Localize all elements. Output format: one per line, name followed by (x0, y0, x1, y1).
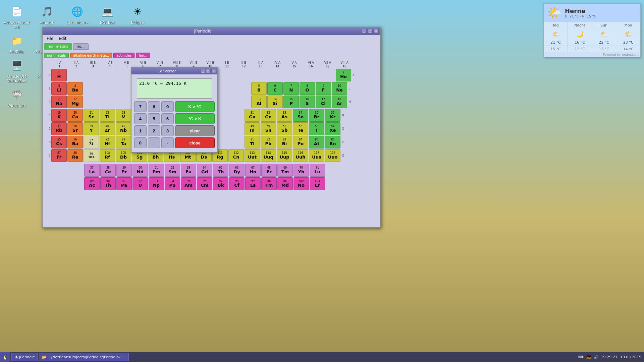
element-Rb[interactable]: 37 Rb (51, 122, 67, 135)
element-Pr[interactable]: 59 Pr (116, 164, 132, 177)
tab-other[interactable]: no... (73, 43, 89, 50)
btn-2[interactable]: 2 (148, 125, 160, 136)
element-Uuq[interactable]: 114 Uuq (261, 149, 276, 162)
element-Al[interactable]: 13 Al (251, 96, 267, 108)
desktop-icon-adobe[interactable]: 📄 Adobe Reader 6.0 (3, 3, 30, 29)
element-Th[interactable]: 90 Th (100, 177, 116, 190)
element-P[interactable]: 15 P (283, 96, 299, 108)
element-Fr[interactable]: 87 Fr (51, 149, 67, 162)
element-Uus[interactable]: 117 Uus (309, 149, 324, 162)
btn-close-converter[interactable]: close (175, 137, 215, 148)
element-Ga[interactable]: 31 Ga (245, 109, 260, 122)
element-Ca[interactable]: 20 Ca (67, 109, 83, 122)
legend-actinides[interactable]: actinides (113, 53, 135, 58)
maximize-button[interactable]: □ (367, 29, 373, 34)
taskbar-jperiodic[interactable]: ⚗️ jPeriodic (11, 353, 38, 361)
taskbar-netbeans[interactable]: 📂 ~/NetBeansProjects/jPeriodic/jPeriodic… (39, 353, 128, 361)
element-Ti[interactable]: 22 Ti (100, 109, 115, 122)
element-In[interactable]: 49 In (245, 122, 260, 135)
legend-lanthanides[interactable]: lan... (136, 53, 150, 58)
converter-close[interactable]: × (211, 69, 216, 73)
element-Mg[interactable]: 12 Mg (67, 96, 83, 108)
element-Ar[interactable]: 18 Ar (332, 96, 347, 108)
element-Sm[interactable]: 62 Sm (165, 164, 180, 177)
element-S[interactable]: 16 S (300, 96, 315, 108)
element-Te[interactable]: 52 Te (293, 122, 308, 135)
element-Br[interactable]: 35 Br (309, 109, 324, 122)
element-Fm[interactable]: 100 Fm (261, 177, 277, 190)
btn-9[interactable]: 9 (161, 101, 174, 112)
element-La71[interactable]: 57 71 (84, 136, 99, 148)
element-I[interactable]: 53 I (309, 122, 324, 135)
element-V[interactable]: 23 V (116, 109, 131, 122)
btn-4[interactable]: 4 (134, 113, 147, 124)
element-H[interactable]: 1 H (51, 69, 67, 81)
element-Db[interactable]: 105 Db (116, 149, 131, 162)
desktop-icon-filezilla[interactable]: 📁 FileZilla (3, 33, 30, 54)
element-Eu[interactable]: 63 Eu (181, 164, 196, 177)
start-button[interactable]: 🐧 (0, 352, 10, 362)
element-Ac[interactable]: 89 Ac (84, 177, 100, 190)
btn-k-to-c[interactable]: K > °C (175, 101, 215, 112)
element-Tm[interactable]: 69 Tm (277, 164, 293, 177)
close-button[interactable]: × (373, 29, 379, 34)
element-Ba[interactable]: 56 Ba (67, 136, 83, 148)
converter-maximize[interactable]: □ (206, 69, 211, 73)
menu-edit[interactable]: Edit (56, 36, 69, 42)
element-Uup[interactable]: 115 Uup (277, 149, 292, 162)
converter-minimize[interactable]: _ (201, 69, 205, 73)
element-Pb[interactable]: 82 Pb (261, 136, 276, 148)
element-Hf[interactable]: 72 Hf (100, 136, 115, 148)
element-Kr[interactable]: 36 Kr (325, 109, 340, 122)
element-Po[interactable]: 84 Po (293, 136, 308, 148)
desktop-icon-wireshark[interactable]: 🦈 Wireshark (3, 86, 30, 108)
element-Nb[interactable]: 41 Nb (116, 122, 131, 135)
element-Np[interactable]: 93 Np (149, 177, 164, 190)
element-Ge[interactable]: 32 Ge (261, 109, 276, 122)
btn-7[interactable]: 7 (134, 101, 147, 112)
element-Ac103[interactable]: 89 103 (84, 149, 99, 162)
element-Ta[interactable]: 73 Ta (116, 136, 131, 148)
element-Tb[interactable]: 65 Tb (213, 164, 228, 177)
element-B[interactable]: 5 B (251, 82, 267, 95)
element-U[interactable]: 92 U (132, 177, 148, 190)
element-Sc[interactable]: 21 Sc (84, 109, 99, 122)
minimize-button[interactable]: _ (361, 29, 367, 34)
element-Md[interactable]: 101 Md (277, 177, 293, 190)
element-Dy[interactable]: 66 Dy (229, 164, 245, 177)
element-Ra[interactable]: 88 Ra (67, 149, 83, 162)
btn-minus[interactable]: - (161, 137, 174, 148)
element-Li[interactable]: 3 Li (51, 82, 67, 95)
element-He[interactable]: 2 He (336, 69, 351, 81)
element-Cn[interactable]: 112 Cn (228, 149, 244, 162)
desktop-icon-dosbox[interactable]: 💻 DOSBox (94, 3, 121, 29)
element-At[interactable]: 85 At (309, 136, 324, 148)
element-C[interactable]: 6 C (267, 82, 283, 95)
element-Bi[interactable]: 83 Bi (277, 136, 292, 148)
element-Lr[interactable]: 103 Lr (310, 177, 325, 190)
element-Cs[interactable]: 55 Cs (51, 136, 67, 148)
element-Sr[interactable]: 38 Sr (67, 122, 83, 135)
btn-6[interactable]: 6 (161, 113, 174, 124)
element-Cf[interactable]: 98 Cf (229, 177, 245, 190)
element-Tl[interactable]: 81 Tl (245, 136, 260, 148)
element-Lu[interactable]: 71 Lu (310, 164, 325, 177)
element-La[interactable]: 57 La (84, 164, 100, 177)
btn-1[interactable]: 1 (134, 125, 147, 136)
legend-alkaline[interactable]: alkaline earth meta... (70, 53, 112, 58)
element-Sn[interactable]: 50 Sn (261, 122, 276, 135)
element-Se[interactable]: 34 Se (293, 109, 308, 122)
element-Xe[interactable]: 54 Xe (325, 122, 340, 135)
element-Bk[interactable]: 97 Bk (213, 177, 228, 190)
element-Sb[interactable]: 51 Sb (277, 122, 292, 135)
element-Uuh[interactable]: 116 Uuh (293, 149, 308, 162)
btn-0[interactable]: 0 (134, 137, 147, 148)
element-K[interactable]: 19 K (51, 109, 67, 122)
desktop-icon-chromium[interactable]: 🌐 Chromium - (64, 3, 91, 29)
desktop-icon-oracle[interactable]: 🖥️ Oracle VM VirtualBox (3, 57, 30, 83)
element-Am[interactable]: 95 Am (181, 177, 196, 190)
element-F[interactable]: 9 F (316, 82, 331, 95)
element-Ne[interactable]: 10 Ne (332, 82, 347, 95)
desktop-icon-amarok[interactable]: 🎵 Amarok (34, 3, 60, 29)
btn-8[interactable]: 8 (148, 101, 160, 112)
